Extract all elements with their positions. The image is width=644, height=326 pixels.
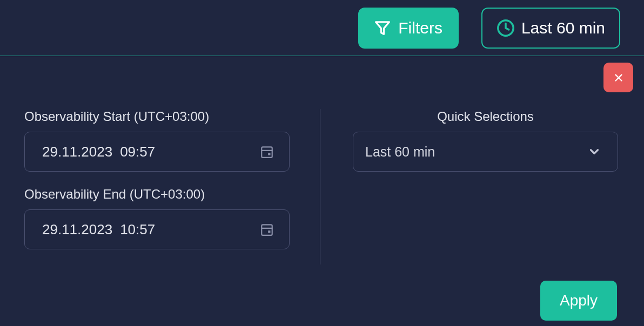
end-time-value: 10:57 — [120, 221, 155, 238]
quick-selections-label: Quick Selections — [353, 109, 618, 124]
end-date-value: 29.11.2023 — [42, 221, 112, 238]
timerange-panel: Observability Start (UTC+03:00) 29.11.20… — [0, 56, 644, 321]
start-time-value: 09:57 — [120, 144, 155, 160]
filters-button[interactable]: Filters — [358, 8, 459, 49]
panel-body: Observability Start (UTC+03:00) 29.11.20… — [0, 56, 644, 264]
panel-footer: Apply — [0, 264, 644, 321]
start-datetime-text: 29.11.2023 09:57 — [42, 144, 155, 160]
quick-select[interactable]: Last 60 min — [353, 132, 618, 172]
svg-rect-7 — [261, 225, 272, 235]
filters-button-label: Filters — [398, 19, 442, 37]
timerange-button-label: Last 60 min — [521, 19, 605, 37]
end-datetime-text: 29.11.2023 10:57 — [42, 221, 155, 238]
apply-button[interactable]: Apply — [540, 281, 617, 321]
svg-marker-0 — [376, 22, 390, 34]
timerange-button[interactable]: Last 60 min — [481, 8, 620, 49]
calendar-icon — [260, 222, 274, 236]
end-field-group: Observability End (UTC+03:00) 29.11.2023… — [24, 187, 290, 249]
funnel-icon — [374, 20, 391, 36]
close-button[interactable] — [603, 63, 633, 92]
svg-rect-6 — [268, 153, 270, 155]
clock-icon — [497, 19, 515, 37]
header-toolbar: Filters Last 60 min — [0, 0, 644, 56]
datetime-column: Observability Start (UTC+03:00) 29.11.20… — [24, 109, 320, 264]
close-icon — [613, 72, 625, 84]
svg-rect-9 — [268, 230, 270, 233]
start-date-value: 29.11.2023 — [42, 144, 112, 160]
svg-rect-4 — [261, 147, 272, 158]
quick-select-value: Last 60 min — [365, 144, 435, 160]
apply-button-label: Apply — [560, 292, 598, 309]
start-label: Observability Start (UTC+03:00) — [24, 109, 290, 124]
quick-column: Quick Selections Last 60 min — [320, 109, 618, 264]
end-label: Observability End (UTC+03:00) — [24, 187, 290, 202]
calendar-icon — [260, 145, 274, 159]
start-datetime-input[interactable]: 29.11.2023 09:57 — [24, 132, 290, 172]
start-field-group: Observability Start (UTC+03:00) 29.11.20… — [24, 109, 290, 172]
end-datetime-input[interactable]: 29.11.2023 10:57 — [24, 209, 290, 249]
chevron-down-icon — [587, 145, 601, 159]
